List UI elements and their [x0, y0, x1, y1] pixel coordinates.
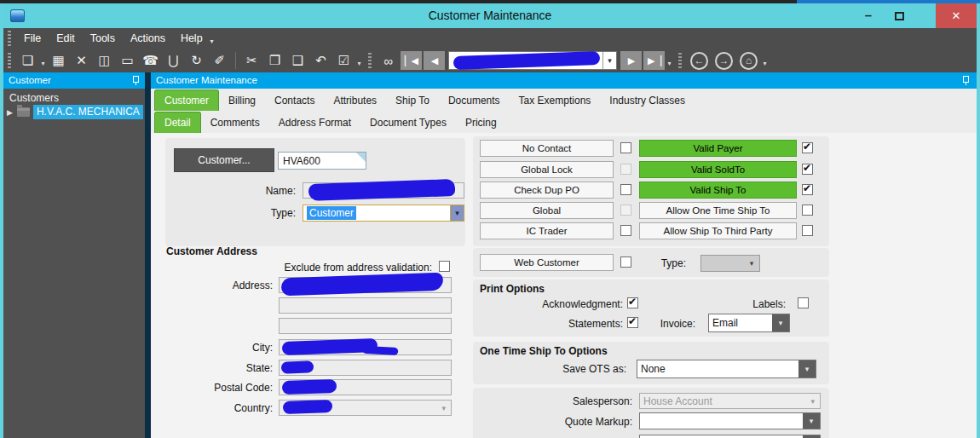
minimize-button[interactable]: –: [856, 6, 881, 26]
record-selector-combo[interactable]: ▾: [448, 51, 617, 70]
forward-icon[interactable]: →: [715, 52, 733, 70]
valid-ship-to-checkbox[interactable]: ✔: [802, 184, 813, 195]
ic-trader-checkbox[interactable]: [620, 225, 631, 236]
global-lock-button[interactable]: Global Lock: [480, 161, 614, 178]
subtab-address-format[interactable]: Address Format: [269, 112, 360, 133]
pin-icon[interactable]: [962, 76, 970, 85]
check-dup-po-checkbox[interactable]: [620, 184, 631, 195]
valid-payer-checkbox[interactable]: ✔: [802, 142, 813, 153]
customer-lookup-button[interactable]: Customer...: [174, 148, 274, 172]
phone-icon[interactable]: ☎: [139, 50, 162, 71]
menu-help[interactable]: Help: [173, 29, 210, 48]
nav-last-icon[interactable]: ▶▕: [643, 51, 665, 70]
tab-tax-exemptions[interactable]: Tax Exemptions: [510, 90, 601, 111]
valid-soldto-button[interactable]: Valid SoldTo: [639, 161, 797, 178]
address-line3-field[interactable]: [279, 318, 452, 334]
menu-tools[interactable]: Tools: [83, 29, 123, 48]
record-selector-caret-icon[interactable]: ▾: [602, 52, 616, 69]
salesperson-combo[interactable]: House Account ▾: [639, 393, 821, 409]
subtab-detail[interactable]: Detail: [154, 112, 201, 133]
no-contact-button[interactable]: No Contact: [480, 140, 614, 157]
nav-prev-icon[interactable]: ◀: [424, 51, 445, 70]
save-ots-combo[interactable]: None ▾: [637, 360, 816, 378]
address-line2-field[interactable]: [279, 297, 452, 314]
nav-first-icon[interactable]: ▏◀: [401, 51, 422, 70]
quote-markup-combo[interactable]: ▾: [639, 412, 821, 429]
expander-icon[interactable]: ▶: [7, 108, 13, 117]
subtab-document-types[interactable]: Document Types: [360, 112, 456, 133]
copy-icon[interactable]: ❐: [263, 50, 286, 71]
tab-industry-classes[interactable]: Industry Classes: [600, 90, 695, 111]
tab-billing[interactable]: Billing: [219, 90, 265, 111]
allow-ship-to-third-party-checkbox[interactable]: [802, 225, 813, 236]
acknowledgment-checkbox[interactable]: ✔: [627, 297, 638, 308]
combo-caret-icon[interactable]: ▾: [450, 205, 464, 221]
subtab-pricing[interactable]: Pricing: [456, 112, 506, 133]
allow-ship-to-third-party-button[interactable]: Allow Ship To Third Party: [639, 222, 797, 239]
combo-caret-icon[interactable]: ▾: [744, 256, 759, 271]
combo-caret-icon[interactable]: ▾: [798, 360, 816, 377]
state-field[interactable]: [279, 360, 452, 376]
name-field[interactable]: [303, 182, 464, 199]
paste-icon[interactable]: ❑: [286, 50, 309, 71]
no-contact-checkbox[interactable]: [620, 142, 631, 153]
open-book-icon[interactable]: ◫: [93, 50, 116, 71]
country-combo[interactable]: ▾: [279, 400, 452, 416]
history-caret-icon[interactable]: ▾: [761, 50, 769, 71]
home-icon[interactable]: ⌂: [740, 52, 758, 70]
brush-icon[interactable]: ✐: [208, 50, 231, 71]
tab-contacts[interactable]: Contacts: [265, 90, 324, 111]
close-button[interactable]: ✕: [936, 3, 977, 28]
invoice-combo[interactable]: Email ▾: [708, 314, 790, 332]
drag-grip-icon[interactable]: [8, 31, 11, 46]
paperclip-icon[interactable]: ⋃: [162, 50, 185, 71]
nav-overflow-caret-icon[interactable]: ▾: [666, 50, 673, 71]
type-combo[interactable]: Customer ▾: [303, 205, 464, 222]
tab-customer[interactable]: Customer: [154, 89, 219, 111]
subtab-comments[interactable]: Comments: [201, 112, 269, 133]
toolbar-overflow-caret-icon[interactable]: ▾: [355, 50, 363, 71]
new-document-icon[interactable]: ❏: [16, 50, 39, 71]
menu-edit[interactable]: Edit: [49, 29, 83, 48]
combo-caret-icon[interactable]: ▾: [772, 314, 789, 331]
delete-icon[interactable]: ✕: [70, 50, 93, 71]
new-dropdown-caret-icon[interactable]: ▾: [39, 50, 47, 71]
cut-icon[interactable]: ✂: [240, 50, 263, 71]
drag-grip-icon[interactable]: [368, 53, 372, 68]
panel-splitter[interactable]: [145, 72, 151, 438]
labels-checkbox[interactable]: [798, 297, 809, 308]
combo-caret-icon[interactable]: ▾: [810, 397, 815, 406]
tree-item-customer[interactable]: ▶ H.V.A.C. MECHANICA: [7, 105, 143, 119]
refresh-icon[interactable]: ↻: [185, 50, 208, 71]
valid-payer-button[interactable]: Valid Payer: [639, 140, 797, 157]
web-type-combo[interactable]: ▾: [700, 255, 760, 272]
find-icon[interactable]: ∞: [377, 50, 400, 71]
menu-overflow-caret-icon[interactable]: ▾: [210, 37, 214, 45]
drag-grip-icon[interactable]: [678, 53, 682, 68]
undo-icon[interactable]: ↶: [309, 50, 332, 71]
ic-trader-button[interactable]: IC Trader: [480, 222, 614, 239]
tab-ship-to[interactable]: Ship To: [386, 90, 439, 111]
exclude-validation-checkbox[interactable]: [439, 261, 450, 272]
save-icon[interactable]: ▦: [47, 50, 70, 71]
city-field[interactable]: [279, 339, 452, 355]
combo-caret-icon[interactable]: ▾: [803, 413, 820, 429]
maximize-button[interactable]: [886, 6, 912, 26]
nav-next-icon[interactable]: ▶: [620, 51, 642, 70]
tab-attributes[interactable]: Attributes: [324, 90, 386, 111]
allow-one-time-ship-to-button[interactable]: Allow One Time Ship To: [639, 202, 797, 219]
postal-code-field[interactable]: [279, 379, 452, 395]
check-dup-po-button[interactable]: Check Dup PO: [480, 182, 614, 199]
global-button[interactable]: Global: [480, 202, 614, 219]
valid-ship-to-button[interactable]: Valid Ship To: [639, 182, 797, 199]
valid-soldto-checkbox[interactable]: ✔: [802, 164, 813, 175]
drag-grip-icon[interactable]: [8, 53, 11, 68]
menu-file[interactable]: File: [16, 29, 49, 48]
menu-actions[interactable]: Actions: [123, 29, 173, 48]
web-customer-button[interactable]: Web Customer: [480, 254, 614, 271]
note-icon[interactable]: ▭: [116, 50, 139, 71]
address-line1-field[interactable]: [279, 277, 452, 293]
pin-icon[interactable]: [132, 76, 140, 85]
combo-caret-icon[interactable]: ▾: [441, 404, 446, 412]
back-icon[interactable]: ←: [690, 52, 708, 70]
